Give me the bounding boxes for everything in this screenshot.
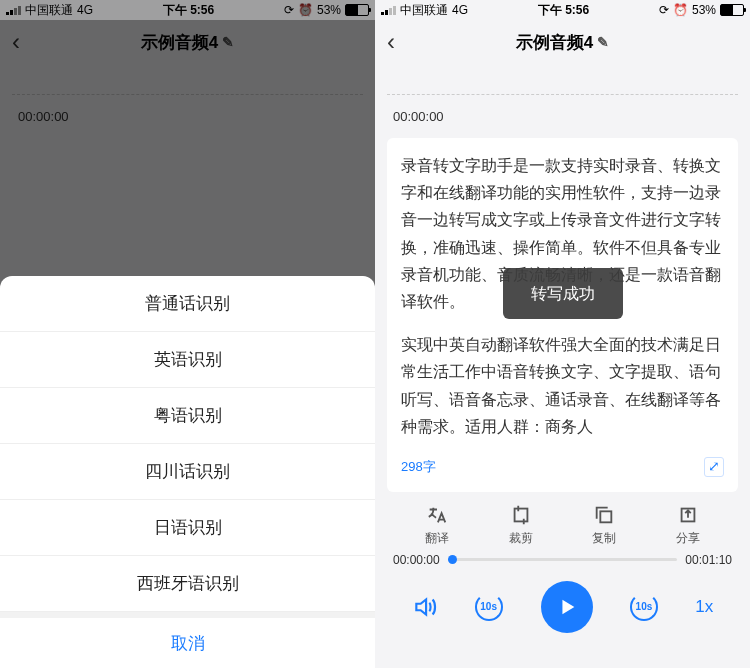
modal-overlay[interactable]: 普通话识别 英语识别 粤语识别 四川话识别 日语识别 西班牙语识别 取消	[0, 0, 375, 668]
rewind-10-button[interactable]: 10s	[475, 593, 503, 621]
translate-button[interactable]: 翻译	[425, 504, 449, 547]
expand-icon[interactable]: ⤢	[704, 457, 724, 477]
timestamp-label: 00:00:00	[375, 95, 750, 138]
action-sheet: 普通话识别 英语识别 粤语识别 四川话识别 日语识别 西班牙语识别 取消	[0, 276, 375, 668]
sheet-item-japanese[interactable]: 日语识别	[0, 500, 375, 556]
content-area: 00:00:00 录音转文字助手是一款支持实时录音、转换文字和在线翻译功能的实用…	[375, 94, 750, 668]
progress-current: 00:00:00	[393, 553, 440, 567]
player-controls: 10s 10s 1x	[375, 567, 750, 641]
back-button[interactable]: ‹	[387, 28, 395, 56]
share-icon	[677, 504, 699, 526]
cancel-button[interactable]: 取消	[0, 612, 375, 668]
svg-rect-0	[514, 509, 527, 522]
orientation-lock-icon: ⟳	[659, 3, 669, 17]
nav-bar: ‹ 示例音频4 ✎	[375, 20, 750, 64]
screen-transcription: 中国联通 4G 下午 5:56 ⟳ ⏰ 53% ‹ 示例音频4 ✎ 00:00:…	[375, 0, 750, 668]
toast-success: 转写成功	[503, 268, 623, 319]
forward-10-button[interactable]: 10s	[630, 593, 658, 621]
svg-rect-1	[601, 511, 612, 522]
translate-icon	[426, 504, 448, 526]
crop-icon	[510, 504, 532, 526]
progress-total: 00:01:10	[685, 553, 732, 567]
carrier-label: 中国联通	[400, 2, 448, 19]
tool-bar: 翻译 裁剪 复制 分享	[375, 492, 750, 553]
edit-icon[interactable]: ✎	[597, 34, 609, 50]
share-button[interactable]: 分享	[676, 504, 700, 547]
copy-icon	[593, 504, 615, 526]
progress-row: 00:00:00 00:01:10	[375, 553, 750, 567]
screen-language-select: 中国联通 4G 下午 5:56 ⟳ ⏰ 53% ‹ 示例音频4 ✎ 00:00:…	[0, 0, 375, 668]
progress-slider[interactable]	[448, 558, 678, 561]
sheet-item-cantonese[interactable]: 粤语识别	[0, 388, 375, 444]
transcription-box[interactable]: 录音转文字助手是一款支持实时录音、转换文字和在线翻译功能的实用性软件，支持一边录…	[387, 138, 738, 492]
network-label: 4G	[452, 3, 468, 17]
status-bar: 中国联通 4G 下午 5:56 ⟳ ⏰ 53%	[375, 0, 750, 20]
sheet-item-english[interactable]: 英语识别	[0, 332, 375, 388]
copy-button[interactable]: 复制	[592, 504, 616, 547]
crop-button[interactable]: 裁剪	[509, 504, 533, 547]
signal-icon	[381, 5, 396, 15]
speed-button[interactable]: 1x	[695, 597, 713, 617]
battery-icon	[720, 4, 744, 16]
page-title: 示例音频4 ✎	[516, 31, 609, 54]
play-icon	[556, 596, 578, 618]
battery-pct: 53%	[692, 3, 716, 17]
volume-button[interactable]	[412, 594, 438, 620]
clock: 下午 5:56	[538, 2, 589, 19]
sheet-item-mandarin[interactable]: 普通话识别	[0, 276, 375, 332]
volume-icon	[412, 594, 438, 620]
sheet-item-spanish[interactable]: 西班牙语识别	[0, 556, 375, 612]
transcription-para-2: 实现中英自动翻译软件强大全面的技术满足日常生活工作中语音转换文字、文字提取、语句…	[401, 331, 724, 440]
sheet-item-sichuan[interactable]: 四川话识别	[0, 444, 375, 500]
word-count-label: 298字	[401, 456, 436, 478]
alarm-icon: ⏰	[673, 3, 688, 17]
play-button[interactable]	[541, 581, 593, 633]
